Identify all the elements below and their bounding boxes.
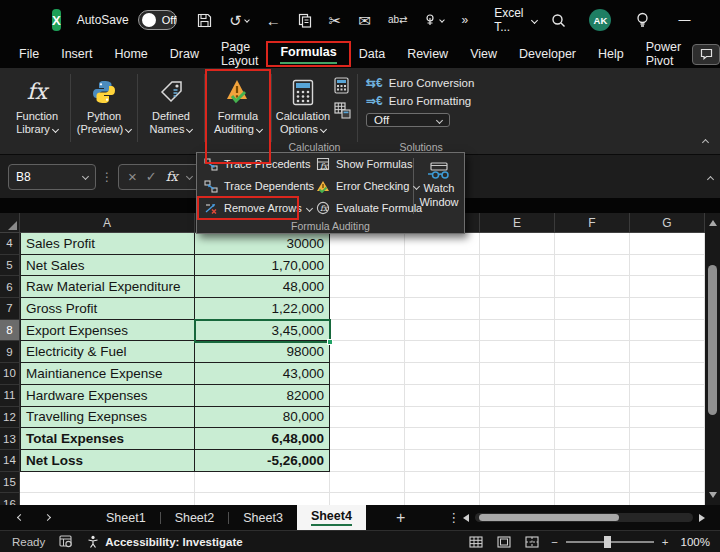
- accessibility-status[interactable]: Accessibility: Investigate: [87, 535, 242, 548]
- cell-a12[interactable]: Travelling Exepnses: [20, 407, 195, 429]
- comments-button[interactable]: [692, 44, 720, 65]
- table-row[interactable]: 13 Total Expenses 6,48,000: [0, 428, 705, 450]
- cell-b10[interactable]: 43,000: [195, 363, 330, 385]
- tab-data[interactable]: Data: [348, 40, 396, 68]
- zoom-out-icon[interactable]: −: [551, 536, 558, 548]
- table-row[interactable]: 14 Net Loss -5,26,000: [0, 450, 705, 472]
- save-icon[interactable]: [197, 13, 212, 28]
- page-layout-view-icon[interactable]: [497, 536, 511, 548]
- tab-view[interactable]: View: [459, 40, 508, 68]
- macro-record-icon[interactable]: [59, 535, 73, 548]
- cell-a10[interactable]: Maintianence Expense: [20, 363, 195, 385]
- cell-a4[interactable]: Sales Profit: [20, 233, 195, 255]
- cell-b12[interactable]: 80,000: [195, 407, 330, 429]
- tab-file[interactable]: File: [8, 40, 50, 68]
- menu-item-error-checking[interactable]: Error Checking: [309, 175, 413, 197]
- cell-b8-selected[interactable]: 3,45,000: [195, 320, 330, 342]
- back-arrow-icon[interactable]: ←: [266, 13, 281, 28]
- cell-a6[interactable]: Raw Material Expenditure: [20, 276, 195, 298]
- tab-power-pivot[interactable]: Power Pivot: [635, 40, 692, 68]
- autosave-toggle[interactable]: Off: [138, 10, 177, 30]
- maximize-button[interactable]: [705, 0, 720, 40]
- page-break-view-icon[interactable]: [525, 536, 539, 548]
- sheet-tab-sheet4-active[interactable]: Sheet4: [297, 505, 366, 530]
- tab-home[interactable]: Home: [103, 40, 158, 68]
- row-header[interactable]: 10: [0, 363, 20, 385]
- collapse-formula-bar-icon[interactable]: [708, 168, 713, 186]
- solutions-dropdown[interactable]: Off: [366, 113, 450, 127]
- table-row[interactable]: 4 Sales Profit 30000: [0, 233, 705, 255]
- undo-icon[interactable]: ↺: [229, 13, 249, 28]
- tab-help[interactable]: Help: [587, 40, 635, 68]
- vertical-scrollbar[interactable]: [705, 213, 720, 505]
- euro-conversion-button[interactable]: ⇆€ Euro Conversion: [366, 76, 474, 90]
- cell-b9[interactable]: 98000: [195, 341, 330, 363]
- menu-item-trace-precedents[interactable]: Trace Precedents: [197, 153, 309, 175]
- menu-item-show-formulas[interactable]: fx Show Formulas: [309, 153, 413, 175]
- row-header[interactable]: 6: [0, 276, 20, 298]
- calculate-sheet-icon[interactable]: [334, 102, 351, 119]
- cell-b6[interactable]: 48,000: [195, 276, 330, 298]
- row-header[interactable]: 4: [0, 233, 20, 255]
- translate-icon[interactable]: ab⇄: [388, 15, 408, 25]
- zoom-in-icon[interactable]: +: [662, 536, 669, 548]
- tab-draw[interactable]: Draw: [159, 40, 210, 68]
- calculate-now-icon[interactable]: [334, 77, 351, 94]
- search-icon[interactable]: [537, 0, 579, 40]
- menu-item-remove-arrows[interactable]: Remove Arrows: [197, 197, 309, 219]
- cell-b5[interactable]: 1,70,000: [195, 255, 330, 277]
- cell-a5[interactable]: Net Sales: [20, 255, 195, 277]
- column-header-e[interactable]: E: [480, 213, 555, 232]
- spreadsheet-grid[interactable]: 4 Sales Profit 30000 5 Net Sales 1,70,00…: [0, 233, 705, 505]
- tab-review[interactable]: Review: [396, 40, 459, 68]
- insert-function-icon[interactable]: fx: [166, 169, 178, 184]
- cancel-icon[interactable]: ×: [128, 168, 137, 185]
- cell-a8[interactable]: Export Expenses: [20, 320, 195, 342]
- tab-formulas[interactable]: Formulas: [269, 40, 347, 68]
- sheet-nav-left-icon[interactable]: [17, 514, 24, 521]
- zoom-slider[interactable]: − +: [551, 536, 668, 548]
- column-header-f[interactable]: F: [555, 213, 630, 232]
- tab-developer[interactable]: Developer: [508, 40, 587, 68]
- scroll-right-icon[interactable]: [699, 514, 705, 522]
- table-row-selected[interactable]: 8 Export Expenses 3,45,000: [0, 320, 705, 342]
- row-header[interactable]: 16: [0, 493, 20, 505]
- row-header[interactable]: 7: [0, 298, 20, 320]
- cell-b14[interactable]: -5,26,000: [195, 450, 330, 472]
- table-row[interactable]: 5 Net Sales 1,70,000: [0, 255, 705, 277]
- row-header[interactable]: 5: [0, 255, 20, 277]
- sheet-nav-right-icon[interactable]: [44, 514, 51, 521]
- table-row-partial[interactable]: 16: [0, 493, 705, 505]
- zoom-slider-thumb[interactable]: [604, 536, 611, 548]
- table-row[interactable]: 7 Gross Profit 1,22,000: [0, 298, 705, 320]
- python-button[interactable]: Python (Preview): [73, 71, 135, 154]
- account-avatar[interactable]: AK: [579, 0, 621, 40]
- column-header-g[interactable]: G: [630, 213, 705, 232]
- touch-mode-icon[interactable]: [424, 13, 444, 27]
- defined-names-button[interactable]: Defined Names: [140, 71, 202, 154]
- more-commands-icon[interactable]: »: [461, 14, 468, 26]
- row-header[interactable]: 12: [0, 407, 20, 429]
- menu-item-evaluate-formula[interactable]: fx Evaluate Formula: [309, 197, 413, 219]
- row-header[interactable]: 9: [0, 341, 20, 363]
- row-header[interactable]: 13: [0, 428, 20, 450]
- lightbulb-icon[interactable]: [621, 0, 663, 40]
- scroll-left-icon[interactable]: [463, 514, 469, 522]
- cell-b4[interactable]: 30000: [195, 233, 330, 255]
- name-box[interactable]: B8: [8, 164, 96, 190]
- fx-dropdown-icon[interactable]: [186, 173, 193, 180]
- cell-b11[interactable]: 82000: [195, 385, 330, 407]
- cell-b15[interactable]: [195, 472, 330, 494]
- vertical-scroll-thumb[interactable]: [708, 265, 717, 415]
- select-all-corner[interactable]: [0, 213, 20, 232]
- menu-item-trace-dependents[interactable]: Trace Dependents: [197, 175, 309, 197]
- cell-b13[interactable]: 6,48,000: [195, 428, 330, 450]
- add-sheet-icon[interactable]: +: [396, 509, 405, 527]
- tab-page-layout[interactable]: Page Layout: [210, 40, 270, 68]
- scroll-down-icon[interactable]: [709, 492, 717, 498]
- horizontal-scroll-thumb[interactable]: [479, 514, 619, 521]
- table-row[interactable]: 12 Travelling Exepnses 80,000: [0, 407, 705, 429]
- scroll-up-icon[interactable]: [709, 220, 717, 226]
- cell-a13[interactable]: Total Expenses: [20, 428, 195, 450]
- cell-a14[interactable]: Net Loss: [20, 450, 195, 472]
